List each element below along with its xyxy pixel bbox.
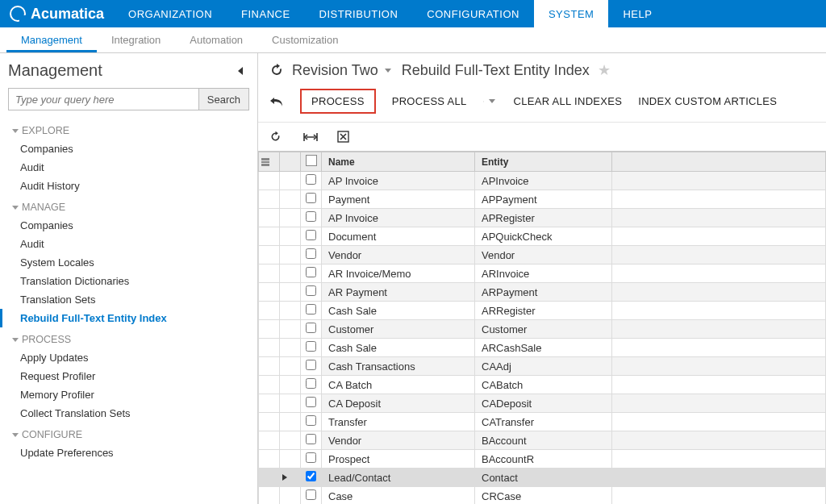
table-row[interactable]: Lead/ContactContact [259,469,826,487]
table-row[interactable]: AP InvoiceAPInvoice [259,172,826,190]
nav-distribution[interactable]: DISTRIBUTION [305,0,413,27]
grid-config-header[interactable] [259,152,280,172]
row-checkbox[interactable] [301,450,322,469]
index-custom-articles-button[interactable]: INDEX CUSTOM ARTICLES [638,95,777,107]
table-row[interactable]: CustomerCustomer [259,320,826,339]
table-row[interactable]: VendorBAccount [259,431,826,450]
refresh-icon[interactable] [269,63,284,77]
table-row[interactable]: CA BatchCABatch [259,376,826,394]
sidebar-item[interactable]: Apply Updates [12,348,249,367]
sidebar-item[interactable]: Audit [12,158,249,177]
row-checkbox[interactable] [301,246,322,264]
row-checkbox[interactable] [301,320,322,339]
row-indicator [280,283,301,302]
row-checkbox[interactable] [301,302,322,320]
subnav-customization[interactable]: Customization [257,27,353,52]
sidebar-item[interactable]: Request Profiler [12,367,249,385]
table-row[interactable]: Cash TransactionsCAAdj [259,357,826,376]
sidebar-group-explore[interactable]: EXPLORE [12,125,249,136]
row-checkbox[interactable] [301,339,322,357]
row-checkbox[interactable] [301,264,322,283]
row-checkbox[interactable] [301,394,322,413]
row-entity: ARPayment [475,283,612,302]
sidebar-group-configure[interactable]: CONFIGURE [12,429,249,440]
table-row[interactable]: Cash SaleARRegister [259,302,826,320]
collapse-sidebar-icon[interactable] [233,64,248,78]
sidebar-search-input[interactable] [8,88,199,110]
nav-system[interactable]: SYSTEM [534,0,608,27]
nav-help[interactable]: HELP [608,0,666,27]
sidebar-title: Management [8,61,102,80]
subnav-automation[interactable]: Automation [175,27,257,52]
clear-all-indexes-button[interactable]: CLEAR ALL INDEXES [514,95,623,107]
row-name: Cash Transactions [322,357,475,376]
row-entity: CADeposit [475,394,612,413]
chevron-down-icon [12,338,19,342]
sidebar-item[interactable]: Rebuild Full-Text Entity Index [0,309,249,327]
table-row[interactable]: ProspectBAccountR [259,450,826,469]
row-checkbox[interactable] [301,209,322,227]
row-checkbox[interactable] [301,227,322,246]
row-entity: APRegister [475,209,612,227]
row-entity: BAccount [475,431,612,450]
sidebar-item[interactable]: System Locales [12,253,249,272]
table-row[interactable]: Cash SaleARCashSale [259,339,826,357]
process-button[interactable]: PROCESS [300,89,376,114]
row-indicator [280,357,301,376]
row-checkbox[interactable] [301,357,322,376]
sidebar-group-process[interactable]: PROCESS [12,334,249,345]
table-row[interactable]: CaseCRCase [259,487,826,505]
sidebar: Management Search EXPLORECompaniesAuditA… [0,53,258,504]
table-row[interactable]: TransferCATransfer [259,413,826,431]
row-checkbox[interactable] [301,190,322,209]
row-checkbox[interactable] [301,487,322,505]
sidebar-item[interactable]: Update Preferences [12,444,249,462]
sidebar-item[interactable]: Translation Sets [12,290,249,309]
grid-select-all-header[interactable] [301,152,322,172]
table-row[interactable]: PaymentAPPayment [259,190,826,209]
sidebar-item[interactable]: Collect Translation Sets [12,404,249,423]
row-name: Prospect [322,450,475,469]
nav-finance[interactable]: FINANCE [227,0,305,27]
table-row[interactable]: CA DepositCADeposit [259,394,826,413]
sidebar-item[interactable]: Audit History [12,177,249,195]
row-entity: ARRegister [475,302,612,320]
refresh-grid-icon[interactable] [269,131,284,143]
row-checkbox[interactable] [301,283,322,302]
row-checkbox[interactable] [301,431,322,450]
sidebar-item[interactable]: Memory Profiler [12,385,249,404]
sidebar-group-manage[interactable]: MANAGE [12,202,249,213]
undo-icon[interactable] [269,96,284,107]
table-row[interactable]: VendorVendor [259,246,826,264]
row-checkbox[interactable] [301,413,322,431]
sidebar-item[interactable]: Audit [12,235,249,253]
sidebar-item[interactable]: Translation Dictionaries [12,272,249,290]
row-name: CA Deposit [322,394,475,413]
table-row[interactable]: DocumentAPQuickCheck [259,227,826,246]
table-row[interactable]: AP InvoiceAPRegister [259,209,826,227]
sidebar-item[interactable]: Companies [12,140,249,158]
sidebar-search-button[interactable]: Search [198,88,249,110]
subnav-management[interactable]: Management [6,27,97,52]
row-checkbox[interactable] [301,469,322,487]
grid-name-header[interactable]: Name [322,152,475,172]
export-excel-icon[interactable] [337,131,352,143]
table-row[interactable]: AR PaymentARPayment [259,283,826,302]
row-checkbox[interactable] [301,376,322,394]
table-row[interactable]: AR Invoice/MemoARInvoice [259,264,826,283]
nav-organization[interactable]: ORGANIZATION [114,0,227,27]
row-indicator [280,227,301,246]
grid-entity-header[interactable]: Entity [475,152,612,172]
process-all-button[interactable]: PROCESS ALL [392,95,467,107]
subnav-integration[interactable]: Integration [97,27,175,52]
fit-columns-icon[interactable] [303,132,318,142]
schedule-icon[interactable] [483,95,498,108]
row-checkbox[interactable] [301,172,322,190]
nav-configuration[interactable]: CONFIGURATION [412,0,534,27]
title-prefix[interactable]: Revision Two [292,62,394,79]
row-indicator [280,302,301,320]
favorite-star-icon[interactable]: ★ [598,61,611,79]
row-entity: ARCashSale [475,339,612,357]
sidebar-item[interactable]: Companies [12,216,249,235]
row-indicator [280,431,301,450]
